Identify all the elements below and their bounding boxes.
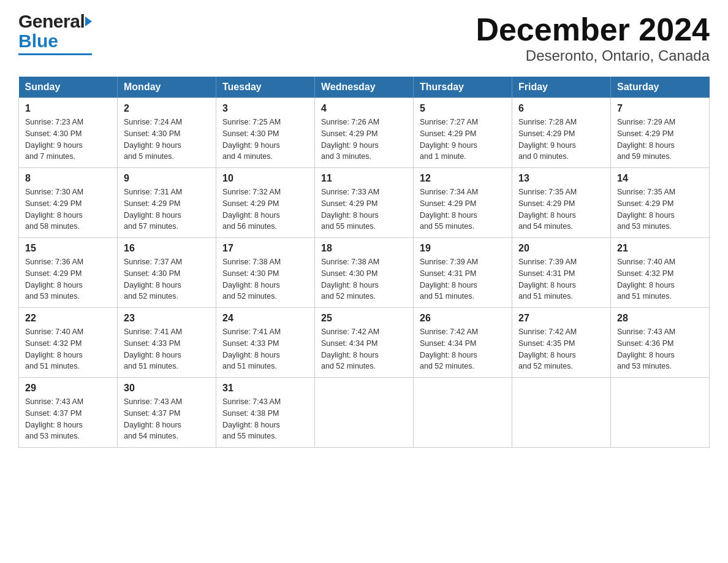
day-number: 25: [321, 313, 407, 324]
day-number: 12: [420, 173, 506, 184]
logo-underline: [18, 53, 92, 55]
day-number: 1: [25, 103, 111, 114]
table-row: 12 Sunrise: 7:34 AMSunset: 4:29 PMDaylig…: [414, 168, 512, 238]
day-number: 27: [518, 313, 604, 324]
day-number: 18: [321, 243, 407, 254]
table-row: 2 Sunrise: 7:24 AMSunset: 4:30 PMDayligh…: [118, 98, 216, 168]
table-row: 13 Sunrise: 7:35 AMSunset: 4:29 PMDaylig…: [512, 168, 611, 238]
table-row: 29 Sunrise: 7:43 AMSunset: 4:37 PMDaylig…: [19, 378, 118, 448]
table-row: 26 Sunrise: 7:42 AMSunset: 4:34 PMDaylig…: [414, 308, 512, 378]
calendar-week-3: 15 Sunrise: 7:36 AMSunset: 4:29 PMDaylig…: [19, 238, 710, 308]
day-info: Sunrise: 7:39 AMSunset: 4:31 PMDaylight:…: [518, 258, 577, 301]
day-info: Sunrise: 7:42 AMSunset: 4:35 PMDaylight:…: [518, 327, 577, 370]
day-info: Sunrise: 7:27 AMSunset: 4:29 PMDaylight:…: [420, 118, 478, 161]
table-row: 21 Sunrise: 7:40 AMSunset: 4:32 PMDaylig…: [611, 238, 710, 308]
calendar-week-1: 1 Sunrise: 7:23 AMSunset: 4:30 PMDayligh…: [19, 98, 710, 168]
day-info: Sunrise: 7:23 AMSunset: 4:30 PMDaylight:…: [25, 118, 83, 161]
day-info: Sunrise: 7:30 AMSunset: 4:29 PMDaylight:…: [25, 188, 83, 231]
day-info: Sunrise: 7:43 AMSunset: 4:36 PMDaylight:…: [617, 327, 675, 370]
table-row: 6 Sunrise: 7:28 AMSunset: 4:29 PMDayligh…: [512, 98, 611, 168]
table-row: 5 Sunrise: 7:27 AMSunset: 4:29 PMDayligh…: [414, 98, 512, 168]
col-monday: Monday: [118, 77, 216, 98]
day-number: 24: [222, 313, 308, 324]
day-number: 30: [124, 383, 210, 394]
day-info: Sunrise: 7:26 AMSunset: 4:29 PMDaylight:…: [321, 118, 379, 161]
table-row: 27 Sunrise: 7:42 AMSunset: 4:35 PMDaylig…: [512, 308, 611, 378]
day-info: Sunrise: 7:39 AMSunset: 4:31 PMDaylight:…: [420, 258, 478, 301]
day-number: 10: [222, 173, 308, 184]
day-info: Sunrise: 7:31 AMSunset: 4:29 PMDaylight:…: [124, 188, 182, 231]
table-row: 30 Sunrise: 7:43 AMSunset: 4:37 PMDaylig…: [118, 378, 216, 448]
table-row: 20 Sunrise: 7:39 AMSunset: 4:31 PMDaylig…: [512, 238, 611, 308]
logo-general-text: General: [18, 12, 85, 31]
table-row: 8 Sunrise: 7:30 AMSunset: 4:29 PMDayligh…: [19, 168, 118, 238]
day-number: 15: [25, 243, 111, 254]
table-row: [315, 378, 414, 448]
calendar-header-row: Sunday Monday Tuesday Wednesday Thursday…: [19, 77, 710, 98]
calendar-table: Sunday Monday Tuesday Wednesday Thursday…: [18, 77, 710, 448]
table-row: 11 Sunrise: 7:33 AMSunset: 4:29 PMDaylig…: [315, 168, 414, 238]
col-tuesday: Tuesday: [216, 77, 315, 98]
day-info: Sunrise: 7:43 AMSunset: 4:37 PMDaylight:…: [124, 397, 182, 440]
table-row: 3 Sunrise: 7:25 AMSunset: 4:30 PMDayligh…: [216, 98, 315, 168]
title-block: December 2024 Deseronto, Ontario, Canada: [476, 12, 710, 64]
day-info: Sunrise: 7:35 AMSunset: 4:29 PMDaylight:…: [518, 188, 577, 231]
day-number: 26: [420, 313, 506, 324]
day-number: 6: [518, 103, 604, 114]
day-info: Sunrise: 7:38 AMSunset: 4:30 PMDaylight:…: [321, 258, 379, 301]
day-info: Sunrise: 7:42 AMSunset: 4:34 PMDaylight:…: [420, 327, 478, 370]
calendar-week-2: 8 Sunrise: 7:30 AMSunset: 4:29 PMDayligh…: [19, 168, 710, 238]
calendar-week-4: 22 Sunrise: 7:40 AMSunset: 4:32 PMDaylig…: [19, 308, 710, 378]
day-info: Sunrise: 7:37 AMSunset: 4:30 PMDaylight:…: [124, 258, 182, 301]
day-number: 5: [420, 103, 506, 114]
col-thursday: Thursday: [414, 77, 512, 98]
table-row: 22 Sunrise: 7:40 AMSunset: 4:32 PMDaylig…: [19, 308, 118, 378]
table-row: 17 Sunrise: 7:38 AMSunset: 4:30 PMDaylig…: [216, 238, 315, 308]
col-sunday: Sunday: [19, 77, 118, 98]
table-row: 15 Sunrise: 7:36 AMSunset: 4:29 PMDaylig…: [19, 238, 118, 308]
day-info: Sunrise: 7:34 AMSunset: 4:29 PMDaylight:…: [420, 188, 478, 231]
table-row: 9 Sunrise: 7:31 AMSunset: 4:29 PMDayligh…: [118, 168, 216, 238]
logo-blue-text: Blue: [18, 31, 58, 52]
table-row: 24 Sunrise: 7:41 AMSunset: 4:33 PMDaylig…: [216, 308, 315, 378]
calendar-title: December 2024: [476, 12, 710, 47]
table-row: 1 Sunrise: 7:23 AMSunset: 4:30 PMDayligh…: [19, 98, 118, 168]
day-number: 7: [617, 103, 703, 114]
col-friday: Friday: [512, 77, 611, 98]
day-info: Sunrise: 7:41 AMSunset: 4:33 PMDaylight:…: [222, 327, 281, 370]
day-number: 8: [25, 173, 111, 184]
col-saturday: Saturday: [611, 77, 710, 98]
table-row: 4 Sunrise: 7:26 AMSunset: 4:29 PMDayligh…: [315, 98, 414, 168]
col-wednesday: Wednesday: [315, 77, 414, 98]
day-number: 2: [124, 103, 210, 114]
day-info: Sunrise: 7:43 AMSunset: 4:37 PMDaylight:…: [25, 397, 83, 440]
table-row: 25 Sunrise: 7:42 AMSunset: 4:34 PMDaylig…: [315, 308, 414, 378]
day-number: 3: [222, 103, 308, 114]
day-info: Sunrise: 7:41 AMSunset: 4:33 PMDaylight:…: [124, 327, 182, 370]
day-number: 14: [617, 173, 703, 184]
day-info: Sunrise: 7:24 AMSunset: 4:30 PMDaylight:…: [124, 118, 182, 161]
table-row: [611, 378, 710, 448]
day-number: 31: [222, 383, 308, 394]
table-row: 7 Sunrise: 7:29 AMSunset: 4:29 PMDayligh…: [611, 98, 710, 168]
page-header: General Blue December 2024 Deseronto, On…: [18, 12, 710, 64]
day-info: Sunrise: 7:32 AMSunset: 4:29 PMDaylight:…: [222, 188, 281, 231]
table-row: 10 Sunrise: 7:32 AMSunset: 4:29 PMDaylig…: [216, 168, 315, 238]
day-info: Sunrise: 7:42 AMSunset: 4:34 PMDaylight:…: [321, 327, 379, 370]
day-number: 16: [124, 243, 210, 254]
table-row: 14 Sunrise: 7:35 AMSunset: 4:29 PMDaylig…: [611, 168, 710, 238]
day-number: 22: [25, 313, 111, 324]
day-number: 11: [321, 173, 407, 184]
day-info: Sunrise: 7:29 AMSunset: 4:29 PMDaylight:…: [617, 118, 675, 161]
day-info: Sunrise: 7:36 AMSunset: 4:29 PMDaylight:…: [25, 258, 83, 301]
table-row: 19 Sunrise: 7:39 AMSunset: 4:31 PMDaylig…: [414, 238, 512, 308]
table-row: [414, 378, 512, 448]
table-row: [512, 378, 611, 448]
day-info: Sunrise: 7:33 AMSunset: 4:29 PMDaylight:…: [321, 188, 379, 231]
day-number: 4: [321, 103, 407, 114]
day-number: 20: [518, 243, 604, 254]
day-number: 28: [617, 313, 703, 324]
day-number: 13: [518, 173, 604, 184]
table-row: 28 Sunrise: 7:43 AMSunset: 4:36 PMDaylig…: [611, 308, 710, 378]
day-number: 23: [124, 313, 210, 324]
